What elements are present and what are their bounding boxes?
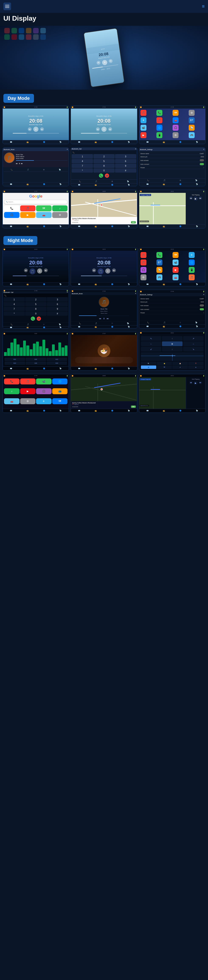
- ios-spotify[interactable]: ♪: [52, 205, 68, 212]
- night-dial-6[interactable]: 6: [47, 302, 68, 306]
- app-bt-icon[interactable]: BT: [189, 117, 195, 123]
- play-btn[interactable]: ⏸: [102, 60, 108, 65]
- dial-3[interactable]: 3: [115, 154, 136, 159]
- night-ios-phone[interactable]: 📞: [4, 379, 19, 384]
- app-phone-icon[interactable]: 📞: [156, 110, 162, 116]
- night-app-orange2[interactable]: 🎵: [189, 274, 195, 280]
- night-ios-telegram[interactable]: ✈: [36, 398, 52, 404]
- nav-center[interactable]: ⊕: [162, 341, 182, 346]
- night-nav-btn-3[interactable]: 🏠: [172, 362, 188, 365]
- ios-music[interactable]: 🎵: [20, 205, 36, 212]
- nav-up-right[interactable]: ↗: [183, 336, 203, 341]
- app-music-icon[interactable]: 🎵: [140, 110, 147, 116]
- night-app-bt[interactable]: BT: [156, 259, 162, 266]
- play-1[interactable]: ⏸: [33, 127, 38, 132]
- dial-hash[interactable]: #: [115, 169, 136, 173]
- dial-5[interactable]: 5: [93, 159, 115, 163]
- night-ios-podcast[interactable]: 🎧: [36, 388, 52, 394]
- night-dial-5[interactable]: 5: [25, 302, 46, 306]
- call-btn[interactable]: 📞: [99, 173, 103, 178]
- night-dial-hash[interactable]: #: [47, 312, 68, 316]
- night-next-1[interactable]: ⏭: [44, 269, 48, 272]
- night-call-btn[interactable]: 📞: [31, 317, 35, 321]
- night-nav-btn-1[interactable]: 🔍: [141, 362, 156, 365]
- night-next-2[interactable]: ⏭: [112, 269, 116, 272]
- night-app-phone[interactable]: 📞: [156, 252, 162, 258]
- eq-btn-1[interactable]: EQ1: [5, 358, 25, 361]
- night-app-green[interactable]: 📱: [189, 267, 195, 273]
- auto-connect-toggle[interactable]: [200, 163, 204, 165]
- nav-down-right[interactable]: ↘: [183, 347, 203, 352]
- night-dial-1[interactable]: 1: [4, 298, 25, 302]
- night-dial-8[interactable]: 8: [25, 307, 46, 311]
- night-ios-safari[interactable]: 🌐: [52, 379, 68, 384]
- prev-1[interactable]: ⏮: [28, 127, 32, 131]
- night-ios-settings[interactable]: ⚙: [20, 398, 36, 404]
- night-ios-waze[interactable]: 🚗: [4, 398, 19, 404]
- app-telegram-icon[interactable]: ✈: [140, 117, 147, 123]
- night-nav-btn-5[interactable]: 🔵: [141, 366, 156, 369]
- prev-2[interactable]: ⏮: [96, 127, 100, 131]
- dial-star[interactable]: *: [72, 169, 93, 173]
- nav-up-left[interactable]: ↖: [141, 336, 161, 341]
- night-app-podcast[interactable]: 🎧: [140, 267, 147, 273]
- night-nav-btn-8[interactable]: ⚙: [188, 366, 203, 369]
- night-end-call-btn[interactable]: 📵: [37, 317, 41, 321]
- nav-up[interactable]: ↑: [162, 336, 182, 341]
- app-gray-icon[interactable]: ⚙: [173, 132, 178, 138]
- night-np-next[interactable]: ⏭: [199, 381, 202, 384]
- ios-netflix[interactable]: ▶: [20, 212, 36, 218]
- app-green-icon[interactable]: 📱: [156, 132, 162, 138]
- app-teal-icon[interactable]: 🎮: [189, 132, 195, 138]
- dial-9[interactable]: 9: [115, 164, 136, 168]
- night-auto-connect-toggle[interactable]: [200, 308, 204, 310]
- eq-btn-5[interactable]: EQ5: [25, 361, 46, 365]
- night-dial-4[interactable]: 4: [4, 302, 25, 306]
- app-safari-icon[interactable]: 🌐: [156, 125, 162, 131]
- nav-left[interactable]: ←: [141, 341, 161, 346]
- next-2[interactable]: ⏭: [108, 127, 112, 131]
- google-search-bar[interactable]: 🔍 Search...: [4, 200, 68, 204]
- night-np-play[interactable]: ▶: [194, 381, 198, 385]
- eq-btn-3[interactable]: EQ3: [46, 358, 67, 361]
- ios-maps[interactable]: 🗺: [36, 205, 52, 212]
- night-dial-9[interactable]: 9: [47, 307, 68, 311]
- night-music-prev[interactable]: ⏮: [99, 317, 101, 320]
- app-red-icon[interactable]: ▶: [140, 132, 147, 138]
- dial-6[interactable]: 6: [115, 159, 136, 163]
- night-app-facetime[interactable]: 📹: [173, 259, 178, 266]
- night-play-1[interactable]: ⏸: [37, 269, 42, 274]
- ios-settings[interactable]: ⚙: [52, 212, 68, 218]
- not-play-play[interactable]: ▶: [194, 196, 198, 201]
- go-button[interactable]: GO: [131, 221, 136, 223]
- night-nav-btn-4[interactable]: 📍: [188, 362, 203, 365]
- dial-7[interactable]: 7: [72, 164, 93, 168]
- menu-icon[interactable]: [3, 3, 11, 10]
- night-ios-netflix[interactable]: ▶: [20, 388, 36, 394]
- night-nav-btn-6[interactable]: 🗺: [157, 366, 172, 369]
- night-ios-music[interactable]: 🎵: [20, 379, 36, 384]
- dial-0[interactable]: 0: [93, 169, 115, 173]
- night-ios-youtube[interactable]: 📺: [52, 388, 68, 394]
- not-play-next[interactable]: ⏭: [199, 196, 202, 200]
- night-app-music2[interactable]: 🎵: [140, 259, 147, 266]
- night-ios-facetime[interactable]: 📹: [36, 379, 52, 384]
- night-app-telegram[interactable]: ✈: [189, 252, 195, 258]
- night-auto-answer-toggle[interactable]: [200, 304, 204, 307]
- night-music-play[interactable]: ⏸: [103, 317, 105, 320]
- eq-btn-2[interactable]: EQ2: [25, 358, 46, 361]
- nav-down[interactable]: ↓: [162, 347, 182, 352]
- hamburger-icon[interactable]: ≡: [202, 4, 205, 9]
- ios-phone[interactable]: 📞: [4, 205, 19, 212]
- ios-waze[interactable]: 🚗: [36, 212, 52, 218]
- app-voicecar-icon[interactable]: 🚗: [173, 117, 178, 123]
- night-go-button[interactable]: GO: [131, 406, 136, 408]
- next-btn[interactable]: ⏭: [109, 59, 113, 63]
- night-np-prev[interactable]: ⏮: [189, 381, 193, 384]
- night-dial-star[interactable]: *: [4, 312, 25, 316]
- app-music2-icon[interactable]: 🎵: [156, 117, 162, 123]
- auto-answer-toggle[interactable]: [200, 159, 204, 161]
- nav-down-left[interactable]: ↙: [141, 347, 161, 352]
- dial-1[interactable]: 1: [72, 154, 93, 159]
- app-podcast-icon[interactable]: 🎧: [173, 125, 178, 131]
